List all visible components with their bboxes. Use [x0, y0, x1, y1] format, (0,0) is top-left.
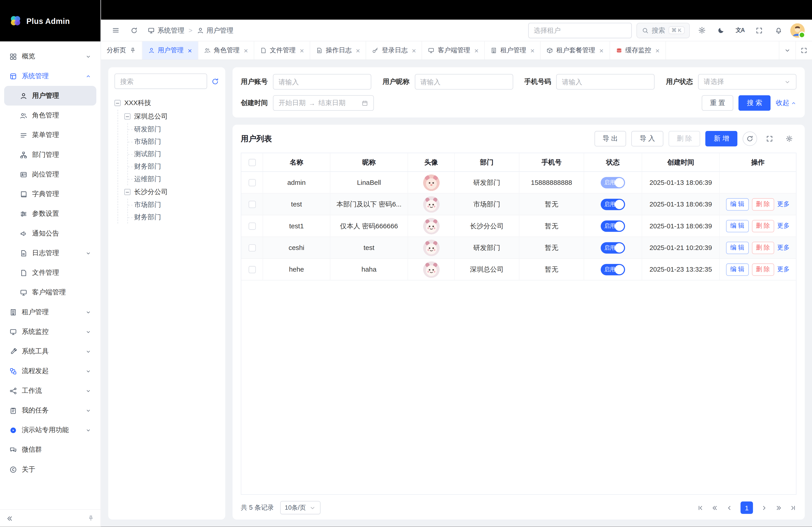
tree-node-dept[interactable]: 市场部门 — [134, 136, 219, 148]
sidebar-item-system-management[interactable]: 系统管理 — [4, 66, 96, 86]
sidebar-item-process-initiation[interactable]: 流程发起 — [4, 361, 96, 381]
sidebar-item-system-tools[interactable]: 系统工具 — [4, 342, 96, 361]
tree-node-dept[interactable]: 财务部门 — [134, 161, 219, 173]
tree-collapse-icon[interactable] — [124, 114, 131, 120]
content-fullscreen-button[interactable] — [796, 42, 812, 60]
reset-button[interactable]: 重 置 — [701, 95, 733, 111]
export-button[interactable]: 导 出 — [594, 131, 626, 147]
page-refresh-button[interactable] — [127, 23, 142, 37]
dept-search-input[interactable] — [114, 74, 207, 89]
breadcrumb-item-user[interactable]: 用户管理 — [197, 26, 233, 35]
sidebar-item-role-management[interactable]: 角色管理 — [4, 105, 96, 125]
sidebar-item-client-management[interactable]: 客户端管理 — [4, 283, 96, 302]
status-toggle[interactable]: 启用 — [601, 264, 625, 275]
column-settings-button[interactable] — [782, 132, 796, 146]
tree-collapse-icon[interactable] — [114, 100, 121, 106]
sidebar-item-about[interactable]: 关于 — [4, 460, 96, 479]
delete-row-button[interactable]: 删 除 — [752, 198, 774, 210]
sidebar-collapse-button[interactable] — [6, 515, 14, 522]
add-button[interactable]: 新 增 — [706, 131, 737, 147]
next-page-button[interactable] — [761, 504, 768, 511]
prev-5-pages-button[interactable] — [712, 504, 719, 511]
settings-button[interactable] — [695, 23, 709, 37]
row-checkbox[interactable] — [248, 179, 256, 186]
menu-toggle-button[interactable] — [108, 23, 123, 37]
locale-button[interactable]: 文A — [733, 23, 747, 37]
tree-node-root[interactable]: XXX科技 — [114, 96, 219, 110]
tab-user-management[interactable]: 用户管理 × — [142, 42, 198, 60]
page-size-select[interactable]: 10条/页 — [280, 501, 320, 514]
sidebar-item-dept-management[interactable]: 部门管理 — [4, 145, 96, 165]
edit-button[interactable]: 编 辑 — [726, 220, 749, 232]
tree-node-dept[interactable]: 测试部门 — [134, 148, 219, 161]
sidebar-item-workflow[interactable]: 工作流 — [4, 381, 96, 401]
edit-button[interactable]: 编 辑 — [726, 263, 749, 275]
tree-node-dept[interactable]: 财务部门 — [134, 211, 219, 224]
tab-client-management[interactable]: 客户端管理 × — [422, 42, 485, 60]
table-fullscreen-button[interactable] — [763, 132, 777, 146]
sidebar-item-demo-features[interactable]: 演示站专用功能 — [4, 420, 96, 440]
tab-tenant-package-management[interactable]: 租户套餐管理 × — [541, 42, 610, 60]
prev-page-button[interactable] — [726, 504, 733, 511]
more-button[interactable]: 更多 — [777, 243, 790, 252]
sidebar-item-my-tasks[interactable]: 我的任务 — [4, 401, 96, 420]
sidebar-pin-button[interactable] — [88, 515, 94, 522]
more-button[interactable]: 更多 — [777, 222, 790, 230]
theme-toggle-button[interactable] — [714, 23, 728, 37]
tab-operation-log[interactable]: 操作日志 × — [310, 42, 366, 60]
row-checkbox[interactable] — [248, 266, 256, 273]
close-icon[interactable]: × — [599, 47, 604, 54]
notifications-button[interactable] — [771, 23, 786, 37]
tenant-select[interactable] — [528, 22, 632, 38]
table-refresh-button[interactable] — [742, 132, 757, 146]
delete-row-button[interactable]: 删 除 — [752, 241, 774, 254]
collapse-filter-button[interactable]: 收起 — [776, 98, 796, 107]
tab-file-management[interactable]: 文件管理 × — [254, 42, 310, 60]
tree-refresh-button[interactable] — [211, 77, 219, 85]
search-button[interactable]: 搜 索 — [739, 95, 770, 111]
sidebar-item-menu-management[interactable]: 菜单管理 — [4, 125, 96, 145]
row-checkbox[interactable] — [248, 201, 256, 208]
delete-row-button[interactable]: 删 除 — [752, 263, 774, 275]
status-toggle[interactable]: 启用 — [601, 198, 625, 210]
sidebar-item-dict-management[interactable]: 字典管理 — [4, 184, 96, 204]
global-search-button[interactable]: 搜索 ⌘ K — [636, 22, 690, 38]
close-icon[interactable]: × — [244, 47, 248, 54]
edit-button[interactable]: 编 辑 — [726, 198, 749, 210]
tree-node-company[interactable]: 长沙分公司 — [124, 185, 219, 199]
import-button[interactable]: 导 入 — [631, 131, 663, 147]
sidebar-item-log-management[interactable]: 日志管理 — [4, 243, 96, 263]
account-input[interactable] — [278, 78, 366, 86]
sidebar-item-system-monitor[interactable]: 系统监控 — [4, 322, 96, 342]
tree-node-dept[interactable]: 运维部门 — [134, 173, 219, 185]
sidebar-item-wechat-group[interactable]: 微信群 — [4, 440, 96, 460]
sidebar-item-post-management[interactable]: 岗位管理 — [4, 165, 96, 184]
row-checkbox[interactable] — [248, 222, 256, 229]
close-icon[interactable]: × — [300, 47, 304, 54]
close-icon[interactable]: × — [474, 47, 479, 54]
sidebar-item-notice[interactable]: 通知公告 — [4, 224, 96, 243]
close-icon[interactable]: × — [655, 47, 659, 54]
status-toggle[interactable]: 启用 — [601, 177, 625, 188]
sidebar-item-param-settings[interactable]: 参数设置 — [4, 204, 96, 224]
close-icon[interactable]: × — [188, 47, 192, 54]
status-select[interactable]: 请选择 — [698, 74, 796, 90]
fullscreen-button[interactable] — [752, 23, 766, 37]
more-button[interactable]: 更多 — [777, 200, 790, 209]
status-toggle[interactable]: 启用 — [601, 242, 625, 253]
tree-node-dept[interactable]: 研发部门 — [134, 123, 219, 135]
tree-node-company[interactable]: 深圳总公司 — [124, 110, 219, 123]
breadcrumb-item-system[interactable]: 系统管理 — [147, 26, 184, 35]
close-icon[interactable]: × — [530, 47, 535, 54]
tab-login-log[interactable]: 登录日志 × — [366, 42, 422, 60]
last-page-button[interactable] — [790, 504, 796, 511]
status-toggle[interactable]: 启用 — [601, 220, 625, 232]
delete-button[interactable]: 删 除 — [668, 131, 700, 147]
tab-role-management[interactable]: 角色管理 × — [198, 42, 254, 60]
more-button[interactable]: 更多 — [777, 265, 790, 274]
row-checkbox[interactable] — [248, 244, 256, 251]
select-all-checkbox[interactable] — [248, 159, 256, 166]
close-icon[interactable]: × — [356, 47, 360, 54]
edit-button[interactable]: 编 辑 — [726, 241, 749, 254]
user-avatar[interactable] — [791, 23, 805, 37]
